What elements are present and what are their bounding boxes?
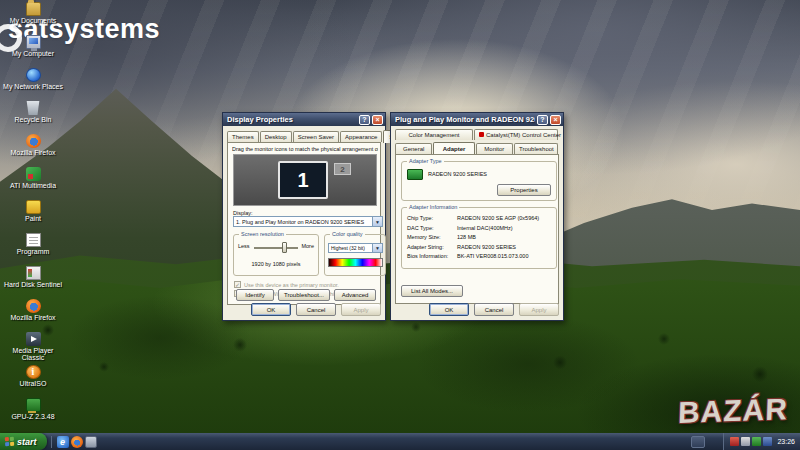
adapter-properties-titlebar[interactable]: Plug and Play Monitor and RADEON 9200 SE… xyxy=(391,113,563,126)
tab-color-management[interactable]: Color Management xyxy=(395,129,473,140)
desktop-icon-programm[interactable]: Programm xyxy=(2,233,64,266)
desktop[interactable]: satsystems BAZÁR My Documents My Compute… xyxy=(0,0,800,450)
desktop-icon-paint[interactable]: Paint xyxy=(2,200,64,233)
monitor-1-preview[interactable]: 1 xyxy=(278,161,328,199)
clock[interactable]: 23:26 xyxy=(774,438,795,445)
adapter-information-group: Adapter Information Chip Type:RADEON 920… xyxy=(401,207,557,269)
tab-troubleshoot[interactable]: Troubleshoot xyxy=(514,143,558,154)
display-properties-dialog: Display Properties ? × Themes Desktop Sc… xyxy=(222,112,386,321)
help-button[interactable]: ? xyxy=(359,115,370,125)
monitor-2-preview[interactable]: 2 xyxy=(334,163,351,175)
desktop-icon-recycle-bin[interactable]: Recycle Bin xyxy=(2,101,64,134)
cancel-button[interactable]: Cancel xyxy=(474,303,514,316)
firefox-icon xyxy=(26,134,41,148)
desktop-icon-my-network-places[interactable]: My Network Places xyxy=(2,68,64,101)
display-properties-titlebar[interactable]: Display Properties ? × xyxy=(223,113,385,126)
tray-network-icon[interactable] xyxy=(763,437,772,446)
tray-antivirus-icon[interactable] xyxy=(752,437,761,446)
icon-label: My Computer xyxy=(12,50,54,57)
dialog-title: Display Properties xyxy=(227,115,357,124)
display-select-value: 1. Plug and Play Monitor on RADEON 9200 … xyxy=(234,219,372,225)
properties-button[interactable]: Properties xyxy=(497,184,551,196)
icon-label: UltraISO xyxy=(20,380,47,387)
ok-button[interactable]: OK xyxy=(251,303,291,316)
close-button[interactable]: × xyxy=(372,115,383,125)
help-button[interactable]: ? xyxy=(537,115,548,125)
slider-less-label: Less xyxy=(238,243,250,249)
watermark-bazar-logo: BAZÁR xyxy=(677,392,788,430)
system-tray: 23:26 xyxy=(723,433,800,450)
cancel-button[interactable]: Cancel xyxy=(296,303,336,316)
adapter-type-group: Adapter Type RADEON 9200 SERIES Properti… xyxy=(401,161,557,201)
resolution-slider-track[interactable] xyxy=(254,247,298,249)
desktop-icon-media-player-classic[interactable]: Media Player Classic xyxy=(2,332,64,365)
tab-appearance[interactable]: Appearance xyxy=(340,131,382,142)
icon-label: Recycle Bin xyxy=(15,116,52,123)
icon-label: Mozilla Firefox xyxy=(10,314,55,321)
start-button[interactable]: start xyxy=(0,433,47,450)
start-button-label: start xyxy=(17,437,37,447)
desktop-icon-gpu-z[interactable]: GPU-Z 2.3.48 xyxy=(2,398,64,431)
show-desktop-icon[interactable] xyxy=(85,436,97,448)
icon-label: My Documents xyxy=(10,17,57,24)
gpu-z-icon xyxy=(26,398,41,412)
icon-label: Media Player Classic xyxy=(3,347,63,361)
troubleshoot-button[interactable]: Troubleshoot... xyxy=(278,289,330,301)
paint-icon xyxy=(26,200,41,214)
icon-label: GPU-Z 2.3.48 xyxy=(11,413,54,420)
chevron-down-icon[interactable]: ▼ xyxy=(372,244,382,252)
monitor-2-number: 2 xyxy=(340,165,344,174)
monitor-preview-area[interactable]: 1 2 xyxy=(233,154,377,206)
chevron-down-icon[interactable]: ▼ xyxy=(372,217,382,226)
resolution-value: 1920 by 1080 pixels xyxy=(234,261,318,267)
tab-general[interactable]: General xyxy=(395,143,432,154)
apply-button: Apply xyxy=(341,303,381,316)
info-value: 128 MB xyxy=(457,234,553,240)
desktop-icon-my-computer[interactable]: My Computer xyxy=(2,35,64,68)
tab-desktop[interactable]: Desktop xyxy=(260,131,292,142)
ati-multimedia-icon xyxy=(26,167,41,181)
info-label: DAC Type: xyxy=(407,225,457,231)
tray-display-icon[interactable] xyxy=(741,437,750,446)
checkbox-checked-icon: ✓ xyxy=(234,281,241,288)
tab-themes[interactable]: Themes xyxy=(227,131,259,142)
tray-tv-tuner-icon[interactable] xyxy=(730,437,739,446)
primary-monitor-checkbox-row: ✓ Use this device as the primary monitor… xyxy=(234,281,339,288)
desktop-icon-firefox-2[interactable]: Mozilla Firefox xyxy=(2,299,64,332)
desktop-icon-ati-multimedia[interactable]: ATI Multimedia xyxy=(2,167,64,200)
close-button[interactable]: × xyxy=(550,115,561,125)
desktop-icon-ultraiso[interactable]: UltraISO xyxy=(2,365,64,398)
color-quality-group-label: Color quality xyxy=(330,231,365,238)
network-globe-icon xyxy=(26,68,41,82)
icon-label: Hard Disk Sentinel xyxy=(4,281,62,288)
desktop-icon-firefox[interactable]: Mozilla Firefox xyxy=(2,134,64,167)
ok-button[interactable]: OK xyxy=(429,303,469,316)
desktop-icon-hard-disk-sentinel[interactable]: Hard Disk Sentinel xyxy=(2,266,64,299)
monitor-arrangement-instruction: Drag the monitor icons to match the phys… xyxy=(232,146,378,152)
adapter-tabs-row-bottom: General Adapter Monitor Troubleshoot xyxy=(391,140,563,154)
computer-icon xyxy=(26,35,41,49)
icon-label: Paint xyxy=(25,215,41,222)
color-depth-gradient-bar xyxy=(328,258,383,267)
folder-documents-icon xyxy=(26,2,41,16)
identify-button[interactable]: Identify xyxy=(236,289,274,301)
screen-resolution-group: Screen resolution Less More 1920 by 1080… xyxy=(233,234,319,276)
internet-explorer-icon[interactable] xyxy=(57,436,69,448)
firefox-quicklaunch-icon[interactable] xyxy=(71,436,83,448)
list-all-modes-button[interactable]: List All Modes... xyxy=(401,285,463,297)
tab-monitor[interactable]: Monitor xyxy=(476,143,513,154)
color-quality-select[interactable]: Highest (32 bit) ▼ xyxy=(328,243,383,253)
icon-label: ATI Multimedia xyxy=(10,182,56,189)
resolution-slider-thumb[interactable] xyxy=(282,242,287,253)
desktop-icon-my-documents[interactable]: My Documents xyxy=(2,2,64,35)
tab-catalyst-control-center[interactable]: Catalyst(TM) Control Center xyxy=(474,129,558,140)
apply-button: Apply xyxy=(519,303,559,316)
info-label: Adapter String: xyxy=(407,244,457,250)
tab-screen-saver[interactable]: Screen Saver xyxy=(293,131,339,142)
tab-label: Catalyst(TM) Control Center xyxy=(486,132,561,138)
display-select[interactable]: 1. Plug and Play Monitor on RADEON 9200 … xyxy=(233,216,383,227)
tray-app-button[interactable] xyxy=(691,436,705,448)
screen-resolution-group-label: Screen resolution xyxy=(239,231,286,238)
advanced-button[interactable]: Advanced xyxy=(334,289,376,301)
slider-more-label: More xyxy=(301,243,314,249)
